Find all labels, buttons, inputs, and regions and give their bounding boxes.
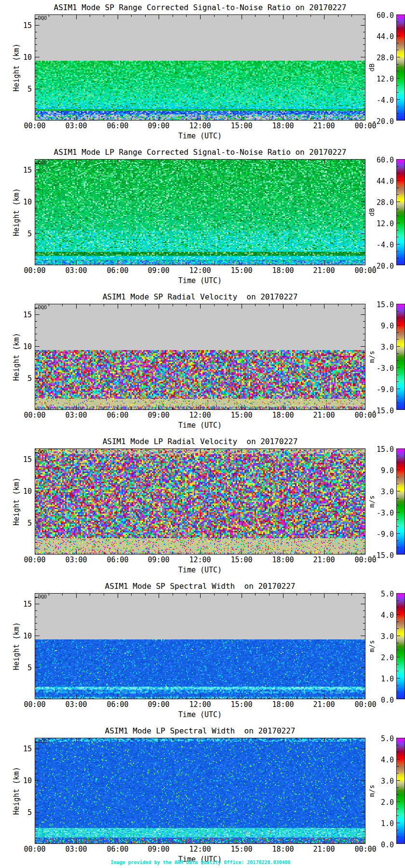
x-tick-label: 00:00 [21, 411, 48, 420]
x-tick-label: 00:00 [21, 266, 48, 275]
colorbar-canvas [396, 14, 405, 121]
x-tick-label: 21:00 [310, 845, 338, 854]
colorbar-canvas [396, 593, 405, 699]
colorbar-unit-label: m/s [368, 634, 376, 659]
colorbar-tick-label: -9.0 [364, 385, 394, 394]
heatmap-canvas [35, 304, 365, 410]
x-tick-label: 09:00 [145, 845, 172, 854]
colorbar-tick-label: 1.0 [364, 675, 394, 683]
x-tick-label: 15:00 [228, 845, 255, 854]
colorbar-unit-label: m/s [368, 778, 376, 803]
y-tick-label: 5 [18, 374, 32, 383]
x-tick-label: 21:00 [310, 556, 338, 564]
x-tick-label: 12:00 [187, 845, 214, 854]
colorbar-tick-label: 0.0 [364, 841, 394, 849]
x-tick-label: 15:00 [228, 411, 255, 420]
panel-stack: ASIM1 Mode SP Range Corrected Signal-to-… [0, 0, 405, 868]
radar-panel: ASIM1 Mode LP Range Corrected Signal-to-… [0, 145, 405, 289]
colorbar-tick-label: 4.0 [364, 611, 394, 620]
y-tick-label: 5 [18, 230, 32, 238]
colorbar-unit-label: dB [368, 55, 376, 80]
colorbar-tick-label: 15.0 [364, 300, 394, 309]
dqo-flag-label: DQO [38, 305, 47, 310]
x-tick-label: 03:00 [63, 556, 90, 564]
panel-title: ASIM1 Mode LP Spectral Width on 20170227 [19, 726, 381, 735]
colorbar-canvas [396, 159, 405, 265]
x-tick-label: 03:00 [63, 700, 90, 709]
radar-panel: ASIM1 Mode LP Spectral Width on 20170227… [0, 723, 405, 868]
radar-panel: ASIM1 Mode SP Range Corrected Signal-to-… [0, 0, 405, 145]
x-tick-label: 12:00 [187, 556, 214, 564]
colorbar-tick-label: -4.0 [364, 96, 394, 105]
y-tick-label: 15 [18, 311, 32, 319]
colorbar-tick-label: -4.0 [364, 241, 394, 249]
x-tick-label: 21:00 [310, 122, 338, 130]
x-tick-label: 21:00 [310, 411, 338, 420]
y-tick-label: 5 [18, 519, 32, 528]
colorbar-tick-label: -9.0 [364, 530, 394, 539]
y-tick-label: 10 [18, 487, 32, 496]
heatmap-canvas [35, 593, 365, 699]
x-tick-label: 09:00 [145, 411, 172, 420]
radar-panel: ASIM1 Mode SP Spectral Width on 20170227… [0, 579, 405, 723]
x-tick-label: 21:00 [310, 700, 338, 709]
y-tick-label: 10 [18, 198, 32, 206]
x-axis-label: Time (UTC) [35, 710, 365, 719]
y-tick-label: 5 [18, 808, 32, 817]
x-tick-label: 00:00 [21, 122, 48, 130]
x-tick-label: 06:00 [104, 411, 131, 420]
x-tick-label: 00:00 [21, 845, 48, 854]
dqo-flag-label: DQO [38, 449, 47, 455]
colorbar-unit-label: m/s [368, 344, 376, 369]
colorbar-canvas [396, 304, 405, 410]
y-tick-label: 10 [18, 53, 32, 62]
x-tick-label: 00:00 [21, 556, 48, 564]
x-tick-label: 06:00 [104, 700, 131, 709]
heatmap-canvas [35, 448, 365, 555]
x-tick-label: 09:00 [145, 266, 172, 275]
x-tick-label: 18:00 [270, 411, 297, 420]
colorbar-tick-label: -20.0 [364, 117, 394, 126]
colorbar-tick-label: 9.0 [364, 466, 394, 475]
footer-credit: Image provided by the ARM Data Quality O… [0, 860, 401, 865]
x-tick-label: 18:00 [270, 266, 297, 275]
colorbar-unit-label: m/s [368, 489, 376, 514]
x-tick-label: 21:00 [310, 266, 338, 275]
x-tick-label: 06:00 [104, 556, 131, 564]
y-tick-label: 10 [18, 776, 32, 785]
x-tick-label: 18:00 [270, 122, 297, 130]
x-tick-label: 12:00 [187, 266, 214, 275]
x-tick-label: 18:00 [270, 845, 297, 854]
x-tick-label: 15:00 [228, 556, 255, 564]
x-tick-label: 03:00 [63, 411, 90, 420]
dqo-flag-label: DQO [38, 739, 47, 744]
dqo-flag-label: DQO [38, 160, 47, 165]
dqo-flag-label: DQO [38, 594, 47, 599]
colorbar-canvas [396, 448, 405, 555]
y-tick-label: 10 [18, 632, 32, 640]
colorbar-tick-label: 0.0 [364, 696, 394, 705]
colorbar-tick-label: 44.0 [364, 177, 394, 186]
y-tick-label: 15 [18, 21, 32, 30]
panel-title: ASIM1 Mode SP Radial Velocity on 2017022… [19, 292, 381, 301]
dqo-quicklook-page: ASIM1 Mode SP Range Corrected Signal-to-… [0, 0, 405, 868]
colorbar-tick-label: 60.0 [364, 11, 394, 20]
colorbar-tick-label: -15.0 [364, 551, 394, 560]
x-tick-label: 06:00 [104, 266, 131, 275]
x-tick-label: 15:00 [228, 700, 255, 709]
x-tick-label: 12:00 [187, 411, 214, 420]
colorbar-unit-label: dB [368, 200, 376, 225]
y-tick-label: 15 [18, 455, 32, 464]
colorbar-tick-label: -15.0 [364, 407, 394, 415]
colorbar-tick-label: 44.0 [364, 32, 394, 41]
x-tick-label: 15:00 [228, 266, 255, 275]
colorbar-tick-label: 15.0 [364, 445, 394, 454]
x-tick-label: 03:00 [63, 845, 90, 854]
y-tick-label: 10 [18, 342, 32, 351]
radar-panel: ASIM1 Mode LP Radial Velocity on 2017022… [0, 434, 405, 579]
x-tick-label: 00:00 [21, 700, 48, 709]
heatmap-canvas [35, 738, 365, 844]
heatmap-canvas [35, 14, 365, 121]
y-tick-label: 5 [18, 664, 32, 672]
colorbar-tick-label: 5.0 [364, 734, 394, 743]
